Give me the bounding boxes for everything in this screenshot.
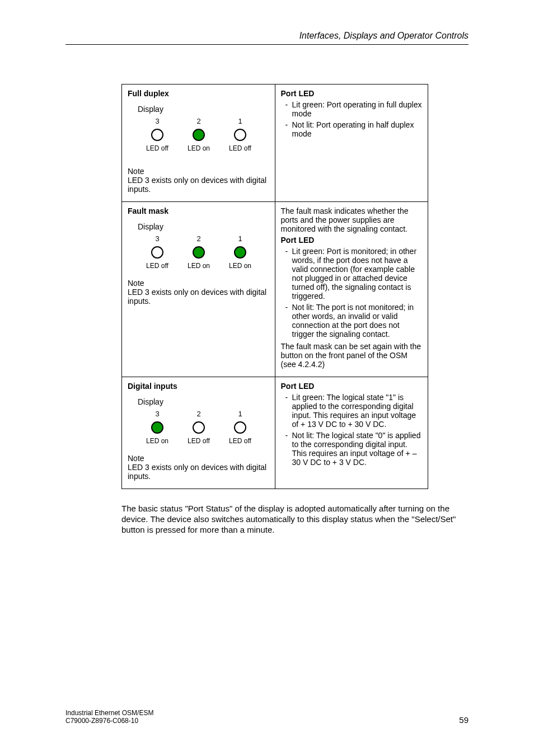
display-label: Display (128, 397, 269, 406)
list-item: Lit green: Port is monitored; in other w… (285, 247, 423, 300)
led-col: 1 LED on (227, 234, 253, 270)
note-text: LED 3 exists only on devices with digita… (128, 288, 269, 306)
led-number: 1 (238, 234, 242, 243)
led-col: 1 LED off (227, 410, 253, 445)
port-led-list: Lit green: Port is monitored; in other w… (281, 247, 423, 339)
led-row: 3 LED off 2 LED on 1 LED off (128, 117, 269, 152)
cell-fault-mask-left: Fault mask Display 3 LED off 2 LED on 1 (122, 202, 275, 377)
row-title: Fault mask (128, 206, 269, 215)
body-paragraph: The basic status "Port Status" of the di… (121, 504, 469, 535)
led-state-label: LED off (146, 144, 168, 152)
led-col: 2 LED off (186, 410, 212, 445)
led-col: 3 LED on (144, 410, 170, 445)
list-item: Lit green: Port operating in full duplex… (285, 100, 423, 118)
led-number: 1 (238, 117, 242, 125)
port-led-heading: Port LED (281, 382, 423, 391)
list-item: Not lit: The port is not monitored; in o… (285, 303, 423, 339)
led-state-label: LED off (146, 262, 168, 270)
port-led-heading: Port LED (281, 236, 423, 245)
display-label: Display (128, 222, 269, 231)
footer-doc-title: Industrial Ethernet OSM/ESM (65, 709, 153, 717)
led-col: 1 LED off (227, 117, 253, 152)
led-row: 3 LED off 2 LED on 1 LED on (128, 234, 269, 270)
led-state-label: LED off (229, 144, 251, 152)
led-number: 3 (155, 117, 159, 125)
led-off-icon (234, 129, 246, 141)
led-on-icon (193, 129, 205, 141)
footer-doc-id: C79000-Z8976-C068-10 (65, 717, 153, 725)
led-number: 1 (238, 410, 242, 418)
row-title: Full duplex (128, 89, 269, 98)
status-table: Full duplex Display 3 LED off 2 LED on 1 (121, 84, 428, 489)
led-state-label: LED off (188, 437, 210, 445)
note-label: Note (128, 279, 269, 288)
led-col: 2 LED on (186, 234, 212, 270)
port-led-list: Lit green: The logical state "1" is appl… (281, 393, 423, 467)
led-on-icon (193, 246, 205, 259)
led-number: 3 (155, 410, 159, 418)
led-number: 2 (196, 234, 200, 243)
section-header: Interfaces, Displays and Operator Contro… (65, 31, 469, 45)
row-title: Digital inputs (128, 382, 269, 391)
led-state-label: LED on (188, 144, 210, 152)
led-off-icon (151, 246, 163, 259)
cell-digital-inputs-right: Port LED Lit green: The logical state "1… (275, 377, 428, 489)
led-col: 3 LED off (144, 234, 170, 270)
footer-text: The fault mask can be set again with the… (281, 342, 423, 369)
cell-fault-mask-right: The fault mask indicates whether the por… (275, 202, 428, 377)
led-state-label: LED on (188, 262, 210, 270)
led-on-icon (234, 246, 246, 259)
note-block: Note LED 3 exists only on devices with d… (128, 454, 269, 481)
note-text: LED 3 exists only on devices with digita… (128, 463, 269, 481)
note-label: Note (128, 167, 269, 176)
led-col: 2 LED on (186, 117, 212, 152)
cell-full-duplex-left: Full duplex Display 3 LED off 2 LED on 1 (122, 84, 275, 202)
note-label: Note (128, 454, 269, 463)
display-label: Display (128, 105, 269, 114)
led-off-icon (151, 129, 163, 141)
list-item: Not lit: Port operating in half duplex m… (285, 120, 423, 138)
led-on-icon (151, 421, 163, 434)
led-number: 2 (196, 117, 200, 125)
led-col: 3 LED off (144, 117, 170, 152)
intro-text: The fault mask indicates whether the por… (281, 206, 423, 233)
note-text: LED 3 exists only on devices with digita… (128, 176, 269, 194)
list-item: Lit green: The logical state "1" is appl… (285, 393, 423, 429)
cell-digital-inputs-left: Digital inputs Display 3 LED on 2 LED of… (122, 377, 275, 489)
note-block: Note LED 3 exists only on devices with d… (128, 279, 269, 306)
led-state-label: LED off (229, 437, 251, 445)
led-state-label: LED on (229, 262, 251, 270)
list-item: Not lit: The logical state "0" is applie… (285, 431, 423, 467)
port-led-list: Lit green: Port operating in full duplex… (281, 100, 423, 138)
led-state-label: LED on (146, 437, 168, 445)
cell-full-duplex-right: Port LED Lit green: Port operating in fu… (275, 84, 428, 202)
led-number: 2 (196, 410, 200, 418)
led-off-icon (193, 421, 205, 434)
led-off-icon (234, 421, 246, 434)
page-number: 59 (459, 715, 469, 725)
led-row: 3 LED on 2 LED off 1 LED off (128, 410, 269, 445)
port-led-heading: Port LED (281, 89, 423, 98)
led-number: 3 (155, 234, 159, 243)
page-footer: Industrial Ethernet OSM/ESM C79000-Z8976… (65, 709, 469, 725)
note-block: Note LED 3 exists only on devices with d… (128, 167, 269, 194)
footer-left: Industrial Ethernet OSM/ESM C79000-Z8976… (65, 709, 153, 725)
